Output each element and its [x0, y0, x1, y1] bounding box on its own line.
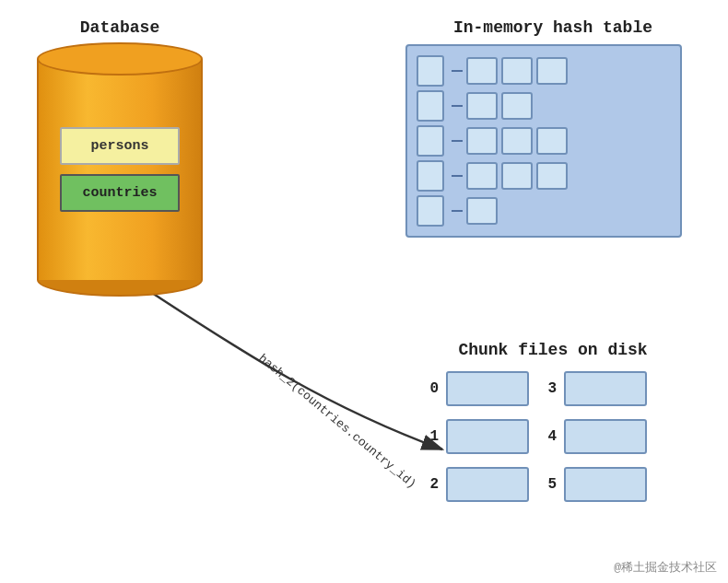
- cylinder-body: persons countries: [37, 59, 203, 280]
- hash-row: [452, 55, 671, 87]
- hash-chain-line: [452, 175, 463, 177]
- chunk-files-label: Chunk files on disk: [405, 341, 700, 359]
- chunk-file: [446, 419, 529, 454]
- chunk-file: [564, 467, 647, 502]
- hash-chain-line: [452, 105, 463, 107]
- hash-cell: [536, 57, 568, 85]
- chunk-index: 1: [415, 428, 442, 445]
- hash-bucket: [417, 160, 444, 192]
- hash-cell: [466, 127, 498, 155]
- hash-cell: [466, 57, 498, 85]
- chunk-file: [446, 467, 529, 502]
- cylinder-top: [37, 42, 203, 76]
- hash-row: [452, 90, 671, 122]
- chunk-index: 4: [533, 428, 560, 445]
- chunk-file: [564, 419, 647, 454]
- hash-bucket: [417, 55, 444, 87]
- hash-row: [452, 160, 671, 192]
- hash-bucket: [417, 195, 444, 227]
- hash-cell: [536, 127, 568, 155]
- hash-chain-line: [452, 140, 463, 142]
- table-persons: persons: [60, 127, 180, 165]
- hash-table-section: In-memory hash table: [405, 18, 700, 238]
- database-label: Database: [28, 18, 212, 37]
- hash-row: [452, 125, 671, 157]
- chunk-file: [564, 371, 647, 406]
- chunk-index: 2: [415, 476, 442, 493]
- hash-bucket: [417, 125, 444, 157]
- hash-cell: [501, 162, 533, 190]
- hash-cell: [501, 127, 533, 155]
- database-section: Database persons countries: [28, 18, 212, 297]
- hash-cell: [466, 197, 498, 225]
- chunk-file: [446, 371, 529, 406]
- database-cylinder: persons countries: [37, 42, 203, 297]
- table-countries: countries: [60, 174, 180, 212]
- hash-cell: [501, 57, 533, 85]
- hash-cell: [501, 92, 533, 120]
- hash-chains: [452, 55, 671, 227]
- chunk-files-section: Chunk files on disk 0 3 1 4 2 5: [405, 341, 700, 505]
- hash-cell: [466, 162, 498, 190]
- chunk-grid: 0 3 1 4 2 5: [405, 368, 700, 505]
- hash-chain-line: [452, 70, 463, 72]
- hash-buckets: [417, 55, 444, 227]
- hash-cell: [466, 92, 498, 120]
- hash-arrow-path: [152, 293, 442, 449]
- chunk-index: 0: [415, 380, 442, 397]
- hash-bucket: [417, 90, 444, 122]
- hash-table-label: In-memory hash table: [405, 18, 700, 37]
- hash-table-box: [405, 44, 682, 238]
- hash-cell: [536, 162, 568, 190]
- hash-chain-line: [452, 210, 463, 212]
- watermark: @稀土掘金技术社区: [614, 559, 717, 576]
- chunk-index: 5: [533, 476, 560, 493]
- chunk-index: 3: [533, 380, 560, 397]
- hash-row: [452, 195, 671, 227]
- hash-arrow-label: hash_2(countries.country_id): [255, 352, 418, 492]
